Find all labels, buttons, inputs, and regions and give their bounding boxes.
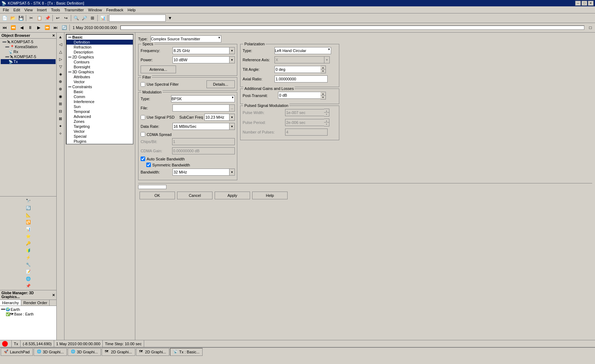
tilt-spin-up[interactable]: ▲ (321, 66, 325, 69)
tb-zoom-fit[interactable]: ⊞ (89, 14, 96, 22)
mod-file-input[interactable] (172, 104, 229, 112)
nav-definition[interactable]: Definition (67, 40, 133, 45)
gm-tab-render[interactable]: Render Order (21, 300, 50, 306)
lt-icon-4[interactable]: 🔁 (25, 218, 32, 226)
cdma-spread-checkbox[interactable] (141, 132, 145, 137)
tb-copy[interactable]: 📋 (35, 14, 43, 22)
post-spin-up[interactable]: ▲ (321, 92, 325, 96)
vib-10[interactable]: ⊞ (57, 100, 64, 107)
tb-play-prev[interactable]: ⏪ (9, 24, 17, 32)
toolbar-search[interactable] (109, 15, 166, 22)
vib-12[interactable]: ⊠ (57, 115, 64, 122)
vib-14[interactable]: ✧ (57, 130, 64, 137)
power-dropdown-btn[interactable]: ▼ (229, 56, 235, 63)
lt-icon-2[interactable]: 🔄 (25, 204, 32, 211)
mod-file-btn[interactable]: ... (229, 104, 235, 112)
taskbar-launchpad[interactable]: 🚀 LaunchPad (1, 348, 33, 356)
gm-earth[interactable]: ➖ 🌍 Earth (1, 307, 56, 312)
pol-type-select[interactable]: Left Hand Circular Right Hand Circular L… (274, 47, 331, 54)
vib-1[interactable]: ▲ (57, 33, 64, 40)
subcarr-input[interactable] (204, 114, 229, 121)
axial-ratio-input[interactable] (274, 75, 328, 83)
cancel-button[interactable]: Cancel (177, 192, 212, 199)
antenna-button[interactable]: Antenna... (141, 66, 176, 73)
taskbar-2d-2[interactable]: 🗺 2D Graphi... (136, 348, 169, 356)
menu-view[interactable]: View (22, 7, 35, 13)
nav-basic-header[interactable]: ➖ Basic (67, 35, 133, 40)
menu-feedback[interactable]: Feedback (104, 7, 125, 13)
nav-temporal[interactable]: Temporal (67, 109, 133, 114)
vib-6[interactable]: ◈ (57, 70, 64, 78)
tb-timeline-options[interactable]: □ (586, 24, 594, 32)
lt-icon-6[interactable]: ⭐ (25, 233, 32, 240)
tree-kompsat-root[interactable]: ➖ 🛰 KOMPSAT-5 (1, 39, 56, 44)
post-transmit-input[interactable] (278, 92, 321, 99)
vib-13[interactable]: ✦ (57, 123, 64, 130)
close-btn[interactable]: ✕ (588, 1, 594, 6)
menu-edit[interactable]: Edit (11, 7, 22, 13)
power-input[interactable] (172, 56, 229, 63)
tilt-angle-input[interactable] (274, 66, 321, 73)
nav-constraints-header[interactable]: ➖ Constraints (67, 84, 133, 89)
lt-icon-7[interactable]: 🔑 (25, 240, 32, 247)
nav-basic-c[interactable]: Basic (67, 89, 133, 94)
nav-attributes[interactable]: Attributes (67, 74, 133, 79)
apply-button[interactable]: Apply (215, 192, 250, 199)
tb-loop[interactable]: 🔄 (60, 24, 68, 32)
use-spectral-filter-checkbox[interactable] (141, 82, 145, 87)
tb-zoom-out[interactable]: 🔎 (80, 14, 88, 22)
vib-2[interactable]: ◁ (57, 41, 64, 48)
nav-boresight[interactable]: Boresight (67, 64, 133, 69)
taskbar-3d-1[interactable]: 🌐 3D Graphi... (34, 348, 67, 356)
mod-type-select[interactable]: BPSK QPSK (171, 95, 235, 102)
menu-window[interactable]: Window (86, 7, 104, 13)
maximize-btn[interactable]: □ (582, 1, 587, 6)
nav-sun[interactable]: Sun (67, 104, 133, 109)
vib-8[interactable]: ⊗ (57, 85, 64, 92)
menu-tools[interactable]: Tools (49, 7, 62, 13)
nav-zones[interactable]: Zones (67, 119, 133, 124)
timeline-slider[interactable] (120, 25, 584, 30)
lt-icon-1[interactable]: 🔭 (25, 197, 32, 204)
tb-paste[interactable]: 📌 (44, 14, 51, 22)
tb-play-pause[interactable]: ⏸ (26, 24, 34, 32)
nav-comm[interactable]: Comm (67, 94, 133, 99)
lt-icon-11[interactable]: 📝 (25, 268, 32, 275)
nav-advanced[interactable]: Advanced (67, 114, 133, 119)
lt-icon-13[interactable]: 📌 (25, 282, 32, 289)
bandwidth-input[interactable] (172, 169, 229, 176)
tb-undo[interactable]: ↩ (54, 14, 62, 22)
tb-play-next[interactable]: ⏩ (43, 24, 51, 32)
subcarr-btn[interactable]: ▼ (229, 114, 235, 121)
nav-description[interactable]: Description (67, 50, 133, 55)
tree-tx[interactable]: 📡 Tx (1, 59, 56, 64)
tb-redo[interactable]: ↪ (62, 14, 70, 22)
tb-chart[interactable]: 📊 (99, 14, 107, 22)
vib-5[interactable]: ▽ (57, 63, 64, 70)
filter-details-btn[interactable]: Details... (206, 80, 235, 88)
tb-save[interactable]: 💾 (17, 14, 25, 22)
tree-koreastation[interactable]: ➖ 📍 KoreaStation (1, 44, 56, 49)
nav-contours[interactable]: Contours (67, 59, 133, 64)
vib-7[interactable]: ⊕ (57, 78, 64, 85)
lt-icon-10[interactable]: 🔧 (25, 261, 32, 268)
nav-special[interactable]: Special (67, 134, 133, 139)
menu-help[interactable]: Help (125, 7, 138, 13)
tree-rx[interactable]: 📡 Rx (1, 49, 56, 54)
scroll-bar-h[interactable] (138, 185, 166, 189)
tb-play-first[interactable]: ⏮ (1, 24, 8, 32)
gm-tab-hierarchy[interactable]: Hierarchy (0, 300, 21, 306)
bandwidth-btn[interactable]: ▼ (229, 169, 235, 176)
auto-scale-checkbox[interactable] (141, 157, 145, 161)
tilt-spin-down[interactable]: ▼ (321, 69, 325, 73)
taskbar-3d-2[interactable]: 🌐 3D Graphi... (68, 348, 101, 356)
nav-refraction[interactable]: Refraction (67, 45, 133, 50)
menu-file[interactable]: File (1, 7, 11, 13)
menu-transmitter[interactable]: Transmitter (62, 7, 86, 13)
tb-open[interactable]: 📂 (9, 14, 17, 22)
lt-icon-12[interactable]: 🌐 (25, 275, 32, 282)
lt-icon-9[interactable]: ⚡ (25, 254, 32, 261)
nav-interference[interactable]: Interference (67, 99, 133, 104)
nav-2d-header[interactable]: ➖ 2D Graphics (67, 55, 133, 59)
ok-button[interactable]: OK (140, 192, 175, 199)
